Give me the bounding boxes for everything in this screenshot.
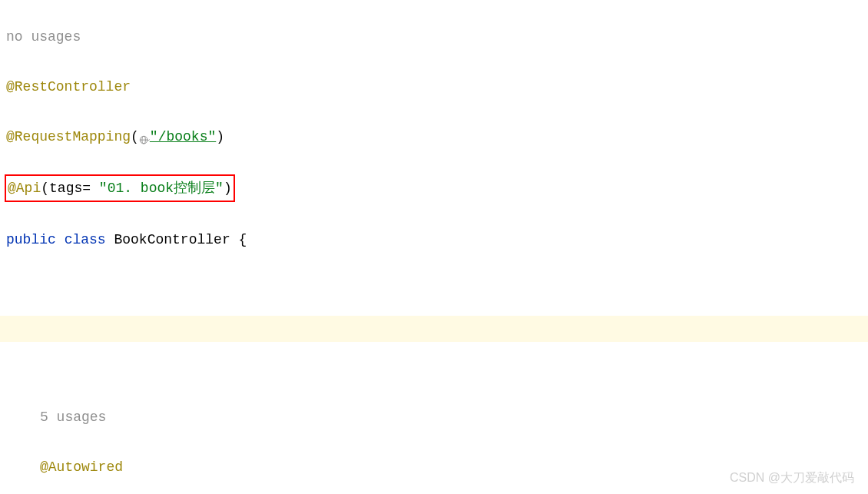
param-name: tags= xyxy=(49,181,91,196)
annotation-restcontroller: @RestController xyxy=(6,79,131,94)
code-editor[interactable]: no usages @RestController @RequestMappin… xyxy=(0,0,868,494)
usage-hint: 5 usages xyxy=(40,409,106,425)
class-name: BookController xyxy=(114,232,230,247)
annotation-requestmapping: @RequestMapping xyxy=(6,129,131,144)
highlight-band xyxy=(0,316,868,342)
globe-icon[interactable] xyxy=(139,130,150,141)
keyword-class: class xyxy=(65,232,106,247)
string-value: "01. book控制层" xyxy=(99,181,224,196)
annotation-api: @Api xyxy=(8,181,41,196)
keyword-public: public xyxy=(6,232,56,247)
watermark: CSDN @大刀爱敲代码 xyxy=(730,467,854,489)
annotation-autowired: @Autowired xyxy=(40,459,123,475)
highlighted-api-line: @Api(tags= "01. book控制层") xyxy=(5,174,235,202)
usage-hint: no usages xyxy=(6,29,81,45)
string-url: "/books" xyxy=(150,129,216,144)
